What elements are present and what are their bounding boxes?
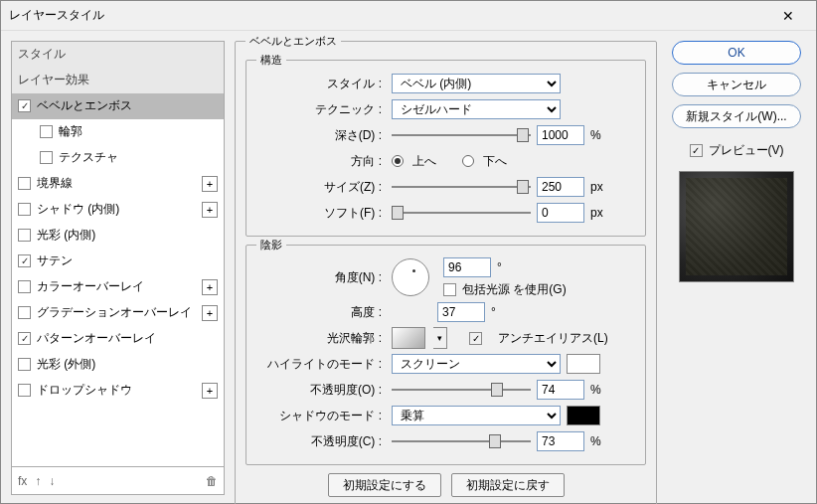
new-style-button[interactable]: 新規スタイル(W)...: [672, 104, 801, 128]
sidebar-item-outer-glow[interactable]: 光彩 (外側): [12, 352, 224, 378]
bevel-fieldset: ベベルとエンボス 構造 スタイル :ベベル (内側) テクニック :シゼルハード…: [235, 41, 657, 504]
checkbox-icon[interactable]: [18, 358, 31, 371]
altitude-input[interactable]: [437, 302, 485, 322]
dialog-title: レイヤースタイル: [9, 7, 768, 24]
checkbox-icon[interactable]: [18, 177, 31, 190]
sidebar-header-effects[interactable]: レイヤー効果: [12, 68, 224, 93]
soften-slider[interactable]: [392, 204, 531, 222]
checkbox-icon[interactable]: [40, 125, 53, 138]
size-input[interactable]: [537, 177, 584, 197]
checkbox-icon[interactable]: [18, 203, 31, 216]
preview-checkbox[interactable]: ✓: [690, 144, 703, 157]
sidebar-item-bevel[interactable]: ベベルとエンボス: [12, 93, 224, 119]
style-label: スタイル :: [256, 76, 386, 92]
shadow-opacity-label: 不透明度(C) :: [256, 433, 386, 450]
gloss-label: 光沢輪郭 :: [256, 330, 386, 347]
checkbox-icon[interactable]: [40, 151, 53, 164]
shadow-opacity-input[interactable]: [537, 431, 584, 451]
checkbox-icon[interactable]: [18, 229, 31, 242]
cancel-button[interactable]: キャンセル: [672, 73, 801, 96]
antialias-checkbox[interactable]: ✓: [469, 332, 482, 345]
plus-icon[interactable]: +: [202, 202, 218, 218]
soften-label: ソフト(F) :: [256, 205, 386, 222]
radio-up[interactable]: [392, 155, 404, 167]
shadow-mode-select[interactable]: 乗算: [392, 406, 561, 425]
plus-icon[interactable]: +: [202, 279, 218, 295]
radio-down[interactable]: [462, 155, 474, 167]
style-select[interactable]: ベベル (内側): [392, 74, 561, 93]
size-slider[interactable]: [392, 178, 531, 196]
checkbox-icon[interactable]: [18, 306, 31, 319]
sidebar-item-inner-glow[interactable]: 光彩 (内側): [12, 223, 224, 249]
depth-input[interactable]: [537, 125, 584, 145]
technique-label: テクニック :: [256, 101, 386, 118]
arrow-down-icon[interactable]: ↓: [49, 474, 55, 488]
highlight-mode-select[interactable]: スクリーン: [392, 354, 561, 374]
highlight-opacity-label: 不透明度(O) :: [256, 382, 386, 399]
bevel-legend: ベベルとエンボス: [245, 34, 341, 49]
plus-icon[interactable]: +: [202, 305, 218, 321]
shadow-mode-label: シャドウのモード :: [256, 408, 386, 424]
sidebar-item-gradient-overlay[interactable]: グラデーションオーバーレイ+: [12, 300, 224, 326]
size-label: サイズ(Z) :: [256, 179, 386, 196]
preview-label: プレビュー(V): [709, 142, 784, 159]
altitude-label: 高度 :: [256, 304, 386, 321]
sidebar-item-contour[interactable]: 輪郭: [12, 119, 224, 145]
structure-fieldset: 構造 スタイル :ベベル (内側) テクニック :シゼルハード 深さ(D) :%…: [245, 60, 646, 237]
preview-thumbnail: [679, 171, 794, 282]
shadow-opacity-slider[interactable]: [392, 432, 531, 450]
settings-panel: ベベルとエンボス 構造 スタイル :ベベル (内側) テクニック :シゼルハード…: [235, 41, 657, 495]
ok-button[interactable]: OK: [672, 41, 801, 65]
shading-legend: 陰影: [256, 238, 286, 252]
checkbox-icon[interactable]: [18, 254, 31, 267]
reset-default-button[interactable]: 初期設定に戻す: [451, 473, 565, 497]
sidebar-item-stroke[interactable]: 境界線+: [12, 171, 224, 197]
soften-input[interactable]: [537, 203, 584, 223]
checkbox-icon[interactable]: [18, 99, 31, 112]
right-panel: OK キャンセル 新規スタイル(W)... ✓プレビュー(V): [667, 41, 806, 495]
sidebar-header-styles[interactable]: スタイル: [12, 42, 224, 68]
fx-icon[interactable]: fx: [18, 474, 27, 488]
sidebar-item-satin[interactable]: サテン: [12, 249, 224, 274]
checkbox-icon[interactable]: [18, 280, 31, 293]
styles-sidebar: スタイル レイヤー効果 ベベルとエンボス 輪郭 テクスチャ 境界線+ シャドウ …: [11, 41, 225, 495]
shading-fieldset: 陰影 角度(N) : ° 包括光源 を使用(G) 高度 :° 光沢輪郭 :▾✓ア…: [245, 245, 646, 465]
sidebar-item-texture[interactable]: テクスチャ: [12, 145, 224, 171]
depth-slider[interactable]: [392, 126, 531, 144]
highlight-color-swatch[interactable]: [567, 354, 600, 374]
layer-style-dialog: レイヤースタイル ✕ スタイル レイヤー効果 ベベルとエンボス 輪郭 テクスチャ…: [0, 0, 817, 504]
highlight-opacity-input[interactable]: [537, 380, 584, 400]
direction-label: 方向 :: [256, 153, 386, 170]
sidebar-item-pattern-overlay[interactable]: パターンオーバーレイ: [12, 326, 224, 352]
angle-dial[interactable]: [392, 258, 429, 296]
checkbox-icon[interactable]: [18, 384, 31, 397]
sidebar-item-drop-shadow[interactable]: ドロップシャドウ+: [12, 378, 224, 404]
sidebar-item-color-overlay[interactable]: カラーオーバーレイ+: [12, 274, 224, 300]
arrow-up-icon[interactable]: ↑: [35, 474, 41, 488]
checkbox-icon[interactable]: [18, 332, 31, 345]
depth-label: 深さ(D) :: [256, 127, 386, 144]
make-default-button[interactable]: 初期設定にする: [328, 473, 441, 497]
titlebar: レイヤースタイル ✕: [1, 1, 816, 31]
chevron-down-icon[interactable]: ▾: [433, 327, 447, 349]
structure-legend: 構造: [256, 53, 286, 68]
highlight-mode-label: ハイライトのモード :: [256, 356, 386, 373]
sidebar-footer: fx ↑ ↓ 🗑: [12, 466, 224, 494]
global-light-checkbox[interactable]: [443, 283, 456, 296]
close-button[interactable]: ✕: [768, 2, 808, 30]
plus-icon[interactable]: +: [202, 176, 218, 192]
gloss-contour-picker[interactable]: [392, 327, 425, 349]
highlight-opacity-slider[interactable]: [392, 381, 531, 399]
angle-label: 角度(N) :: [256, 269, 386, 286]
plus-icon[interactable]: +: [202, 383, 218, 399]
trash-icon[interactable]: 🗑: [206, 474, 218, 488]
sidebar-item-inner-shadow[interactable]: シャドウ (内側)+: [12, 197, 224, 223]
angle-input[interactable]: [443, 257, 491, 277]
shadow-color-swatch[interactable]: [567, 406, 600, 425]
technique-select[interactable]: シゼルハード: [392, 99, 561, 119]
